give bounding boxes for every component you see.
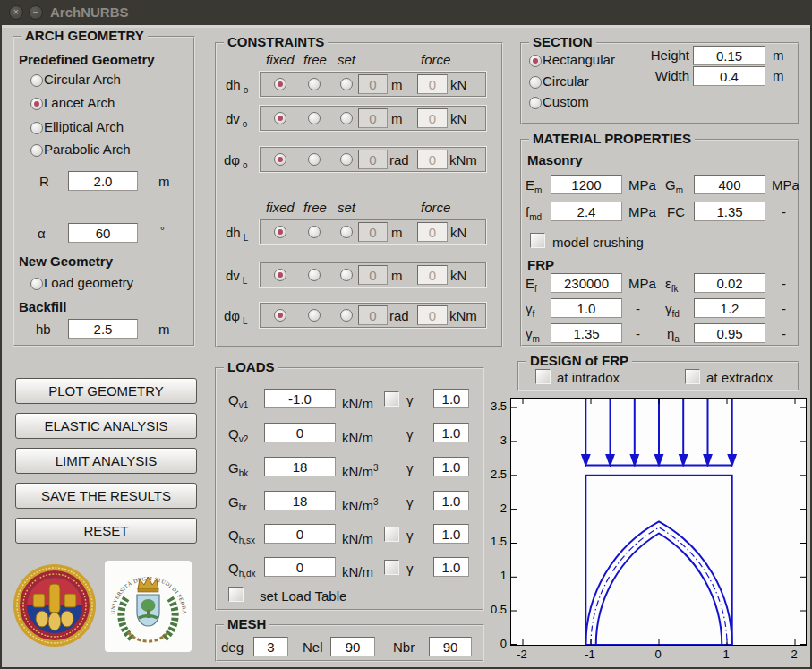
gbr-gamma-label: γ	[406, 494, 414, 510]
radio-parabolic-arch[interactable]	[30, 144, 43, 157]
constraint-dv-o-free-radio[interactable]	[308, 112, 321, 124]
constraint-dh-o-free-radio[interactable]	[308, 78, 321, 90]
qhdx-input[interactable]	[264, 557, 336, 577]
load-arrows	[582, 399, 735, 466]
efk-input[interactable]	[694, 273, 765, 293]
col-header-force-2: force	[421, 200, 450, 216]
gbr-gamma-input[interactable]	[433, 491, 469, 510]
alpha-input[interactable]	[68, 223, 138, 243]
radio-circular-arch[interactable]	[30, 74, 43, 87]
plot-geometry-button[interactable]: PLOT GEOMETRY	[15, 378, 197, 404]
constraint-dv-L-free-radio[interactable]	[308, 269, 321, 281]
limit-analysis-button[interactable]: LIMIT ANALYSIS	[15, 448, 197, 474]
qhsx-gamma-input[interactable]	[433, 524, 469, 544]
nbr-label: Nbr	[393, 639, 415, 656]
em-input[interactable]	[551, 175, 622, 194]
qv1-gamma-input[interactable]	[433, 389, 469, 408]
xtick-0: 0	[645, 648, 671, 661]
constraint-dphi-L-set-radio[interactable]	[340, 309, 353, 322]
constraint-dv-o-force-input[interactable]	[417, 108, 448, 128]
close-button[interactable]: ×	[9, 5, 23, 20]
constraint-dh-L-set-radio[interactable]	[340, 226, 353, 238]
constraint-dh-o-force-input[interactable]	[417, 74, 448, 94]
qv2-gamma-input[interactable]	[433, 423, 469, 442]
eta-input[interactable]	[694, 323, 765, 343]
radio-custom[interactable]	[529, 97, 542, 109]
deg-input[interactable]	[253, 637, 288, 656]
at-intradox-checkbox[interactable]	[535, 369, 551, 384]
fc-input[interactable]	[694, 202, 765, 221]
qhsx-checkbox[interactable]	[384, 527, 399, 542]
constraint-dv-L-set-radio[interactable]	[340, 269, 353, 281]
constraint-dh-o-set-radio[interactable]	[340, 78, 353, 90]
reset-button[interactable]: RESET	[15, 518, 197, 544]
qhdx-gamma-input[interactable]	[433, 557, 469, 577]
hb-input[interactable]	[68, 319, 138, 339]
minimize-button[interactable]: −	[29, 5, 43, 20]
height-input[interactable]	[693, 46, 765, 65]
col-header-set: set	[338, 52, 355, 68]
radio-load-geometry[interactable]	[30, 278, 43, 290]
constraint-dphi-L-free-radio[interactable]	[308, 309, 321, 322]
constraint-dh-o-set-input[interactable]	[358, 74, 388, 94]
constraint-label-dh-o: dh o	[226, 77, 248, 99]
ef-input[interactable]	[551, 273, 622, 293]
gbr-input[interactable]	[264, 491, 336, 510]
constraint-dv-o-fixed-radio[interactable]	[274, 112, 286, 124]
gf-input[interactable]	[551, 298, 622, 318]
eta-label: ηa	[667, 326, 680, 347]
constraint-dphi-o-force-input[interactable]	[417, 150, 448, 169]
gfd-unit: -	[782, 301, 786, 317]
arch-extrados	[585, 521, 731, 645]
constraint-dphi-L-set-input[interactable]	[358, 305, 388, 325]
efk-unit: -	[782, 276, 786, 292]
radio-lancet-arch[interactable]	[30, 98, 43, 110]
radio-load-geometry-label: Load geometry	[44, 275, 133, 291]
qhdx-checkbox[interactable]	[384, 560, 399, 575]
width-input[interactable]	[693, 66, 765, 86]
constraint-dphi-L-force-input[interactable]	[417, 305, 448, 325]
constraint-dv-o-set-input[interactable]	[358, 108, 388, 128]
gfd-input[interactable]	[694, 298, 765, 318]
constraint-dh-L-set-input[interactable]	[358, 222, 388, 242]
qv1-input[interactable]	[264, 389, 336, 408]
at-extradox-checkbox[interactable]	[685, 369, 700, 384]
col-header-fixed: fixed	[266, 52, 295, 68]
set-load-table-checkbox[interactable]	[228, 587, 244, 602]
constraint-dv-L-force-input[interactable]	[417, 265, 448, 285]
qv1-checkbox[interactable]	[384, 391, 399, 407]
constraint-dh-o-set-unit: m	[391, 77, 403, 93]
nel-input[interactable]	[330, 637, 375, 656]
fmd-input[interactable]	[551, 202, 622, 221]
nbr-input[interactable]	[429, 637, 472, 656]
constraint-dh-L-force-input[interactable]	[417, 222, 448, 242]
radio-elliptical-arch[interactable]	[30, 122, 43, 134]
gbk-input[interactable]	[264, 457, 336, 476]
radio-circular[interactable]	[529, 76, 542, 89]
constraint-dphi-o-set-radio[interactable]	[340, 153, 353, 166]
save-results-button[interactable]: SAVE THE RESULTS	[15, 483, 197, 509]
constraint-dphi-o-set-input[interactable]	[358, 150, 388, 169]
lancet-arch-plot	[511, 399, 806, 645]
constraint-dv-o-set-radio[interactable]	[340, 112, 353, 124]
hb-label: hb	[36, 322, 51, 338]
section-panel: SECTION Rectangular Circular Custom Heig…	[520, 42, 799, 124]
constraint-dphi-L-fixed-radio[interactable]	[274, 309, 286, 322]
gbk-gamma-input[interactable]	[433, 457, 469, 476]
gm2-input[interactable]	[551, 323, 622, 343]
constraint-dv-L-fixed-radio[interactable]	[274, 269, 286, 281]
radius-input[interactable]	[68, 171, 138, 191]
gm-input[interactable]	[694, 175, 765, 194]
constraint-dh-L-free-radio[interactable]	[308, 226, 321, 238]
constraint-dv-L-set-input[interactable]	[358, 265, 388, 285]
constraint-dh-o-fixed-radio[interactable]	[274, 78, 286, 90]
constraint-dphi-o-fixed-radio[interactable]	[274, 153, 286, 166]
qhsx-input[interactable]	[264, 524, 336, 544]
constraint-dh-L-fixed-radio[interactable]	[274, 226, 286, 238]
constraint-dphi-o-free-radio[interactable]	[308, 153, 321, 166]
elastic-analysis-button[interactable]: ELASTIC ANALYSIS	[15, 413, 197, 439]
qv2-input[interactable]	[264, 423, 336, 442]
model-crushing-checkbox[interactable]	[530, 233, 545, 248]
radio-rectangular[interactable]	[529, 55, 542, 67]
mesh-title: MESH	[224, 616, 269, 631]
